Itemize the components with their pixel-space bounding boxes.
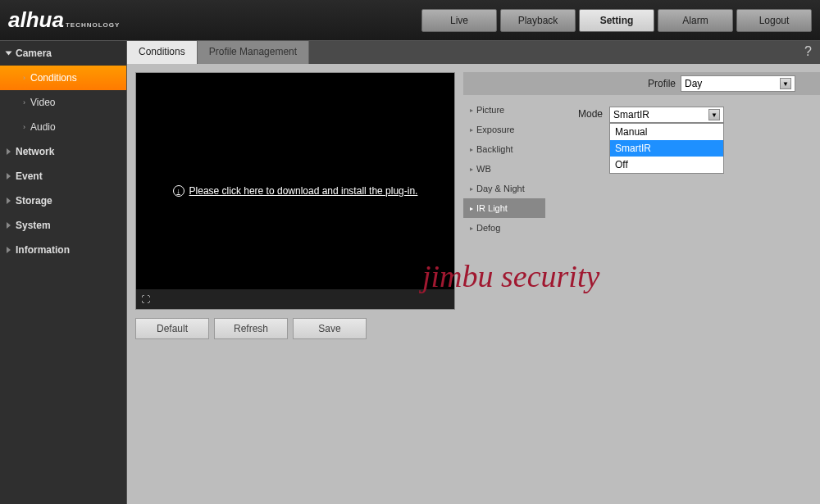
help-icon[interactable]: ? xyxy=(796,41,820,64)
brand-name: alhua xyxy=(8,7,64,33)
sidebar-label: Video xyxy=(30,97,55,108)
mode-row: Mode SmartIR ▼ Manual SmartIR Off xyxy=(578,107,724,238)
nav-label: WB xyxy=(476,164,491,174)
sidebar-label: Storage xyxy=(16,195,52,207)
main-panel: Conditions Profile Management ? ↓ Please… xyxy=(127,41,820,504)
chevron-right-icon: ▸ xyxy=(470,107,473,114)
sidebar-label: Network xyxy=(16,146,54,157)
chevron-right-icon: › xyxy=(23,123,25,131)
nav-label: IR Light xyxy=(476,203,508,213)
body: Camera ›Conditions ›Video ›Audio Network… xyxy=(0,41,820,504)
sidebar: Camera ›Conditions ›Video ›Audio Network… xyxy=(0,41,127,504)
settings-nav-defog[interactable]: ▸Defog xyxy=(463,218,545,238)
sidebar-conditions[interactable]: ›Conditions xyxy=(0,66,126,90)
sidebar-label: System xyxy=(16,220,51,231)
nav-live[interactable]: Live xyxy=(421,9,497,32)
brand-logo: alhua TECHNOLOGY xyxy=(8,7,120,33)
chevron-right-icon: ▸ xyxy=(470,205,473,212)
tab-conditions[interactable]: Conditions xyxy=(127,41,198,64)
default-button[interactable]: Default xyxy=(135,318,209,339)
nav-label: Exposure xyxy=(476,125,514,134)
chevron-right-icon xyxy=(7,173,11,179)
sidebar-network[interactable]: Network xyxy=(0,139,126,164)
settings-nav-backlight[interactable]: ▸Backlight xyxy=(463,139,545,159)
content: ↓ Please click here to download and inst… xyxy=(127,64,820,339)
sidebar-audio[interactable]: ›Audio xyxy=(0,115,126,139)
nav-label: Backlight xyxy=(476,144,513,154)
settings-nav-wb[interactable]: ▸WB xyxy=(463,159,545,179)
plugin-text: Please click here to download and instal… xyxy=(189,185,418,197)
mode-value: SmartIR xyxy=(613,109,649,120)
sidebar-camera[interactable]: Camera xyxy=(0,41,126,66)
chevron-right-icon: ▸ xyxy=(470,126,473,134)
profile-label: Profile xyxy=(648,78,676,89)
sidebar-system[interactable]: System xyxy=(0,213,126,238)
fullscreen-icon[interactable]: ⛶ xyxy=(141,294,150,304)
sidebar-label: Information xyxy=(16,244,70,256)
settings-nav-picture[interactable]: ▸Picture xyxy=(463,100,545,120)
nav-setting[interactable]: Setting xyxy=(579,9,654,32)
sidebar-information[interactable]: Information xyxy=(0,238,126,262)
save-button[interactable]: Save xyxy=(293,318,367,339)
video-toolbar: ⛶ xyxy=(136,289,454,309)
video-column: ↓ Please click here to download and inst… xyxy=(135,72,455,339)
refresh-button[interactable]: Refresh xyxy=(214,318,288,339)
sidebar-label: Camera xyxy=(16,48,52,59)
chevron-right-icon: ▸ xyxy=(470,146,473,153)
tab-profile-management[interactable]: Profile Management xyxy=(198,41,309,64)
content-tabs: Conditions Profile Management ? xyxy=(127,41,820,64)
mode-select[interactable]: SmartIR ▼ xyxy=(609,107,724,123)
nav-alarm[interactable]: Alarm xyxy=(658,9,733,32)
chevron-right-icon: › xyxy=(23,74,25,82)
chevron-right-icon xyxy=(7,198,11,204)
sidebar-storage[interactable]: Storage xyxy=(0,188,126,213)
mode-dropdown-list: Manual SmartIR Off xyxy=(609,123,724,174)
settings-nav-daynight[interactable]: ▸Day & Night xyxy=(463,179,545,198)
mode-option-manual[interactable]: Manual xyxy=(610,124,723,140)
sidebar-video[interactable]: ›Video xyxy=(0,90,126,115)
mode-option-off[interactable]: Off xyxy=(610,157,723,173)
nav-logout[interactable]: Logout xyxy=(736,9,812,32)
chevron-right-icon: ▸ xyxy=(470,185,473,193)
sidebar-label: Event xyxy=(16,170,43,182)
chevron-right-icon xyxy=(7,222,11,229)
plugin-download-link[interactable]: ↓ Please click here to download and inst… xyxy=(173,185,418,197)
chevron-right-icon: ▸ xyxy=(470,166,473,173)
nav-label: Defog xyxy=(476,223,500,233)
download-icon: ↓ xyxy=(173,185,184,197)
header: alhua TECHNOLOGY Live Playback Setting A… xyxy=(0,0,820,41)
chevron-right-icon xyxy=(7,247,11,253)
sidebar-label: Audio xyxy=(30,121,56,133)
chevron-down-icon xyxy=(6,52,12,56)
chevron-right-icon: › xyxy=(23,98,25,107)
profile-row: Profile Day ▼ xyxy=(463,72,820,95)
mode-option-smartir[interactable]: SmartIR xyxy=(610,140,723,157)
mode-dropdown: SmartIR ▼ Manual SmartIR Off xyxy=(609,107,724,123)
chevron-right-icon: ▸ xyxy=(470,225,473,232)
chevron-right-icon xyxy=(7,148,11,155)
brand-subtitle: TECHNOLOGY xyxy=(66,21,120,29)
settings-column: Profile Day ▼ ▸Picture ▸Exposure ▸Backli… xyxy=(463,72,820,339)
nav-label: Day & Night xyxy=(476,184,525,193)
mode-label: Mode xyxy=(578,108,603,120)
nav-playback[interactable]: Playback xyxy=(500,9,576,32)
settings-nav-irlight[interactable]: ▸IR Light xyxy=(463,198,545,218)
dropdown-arrow-icon: ▼ xyxy=(780,78,791,89)
nav-label: Picture xyxy=(476,105,504,115)
settings-nav: ▸Picture ▸Exposure ▸Backlight ▸WB ▸Day &… xyxy=(463,100,545,238)
settings-body: ▸Picture ▸Exposure ▸Backlight ▸WB ▸Day &… xyxy=(463,100,820,238)
dropdown-arrow-icon: ▼ xyxy=(708,109,720,120)
profile-value: Day xyxy=(685,78,702,89)
top-nav: Live Playback Setting Alarm Logout xyxy=(421,9,812,32)
sidebar-event[interactable]: Event xyxy=(0,164,126,188)
sidebar-label: Conditions xyxy=(30,72,77,84)
profile-select[interactable]: Day ▼ xyxy=(681,75,795,92)
video-preview: ↓ Please click here to download and inst… xyxy=(135,72,455,310)
settings-nav-exposure[interactable]: ▸Exposure xyxy=(463,120,545,139)
button-row: Default Refresh Save xyxy=(135,318,455,339)
